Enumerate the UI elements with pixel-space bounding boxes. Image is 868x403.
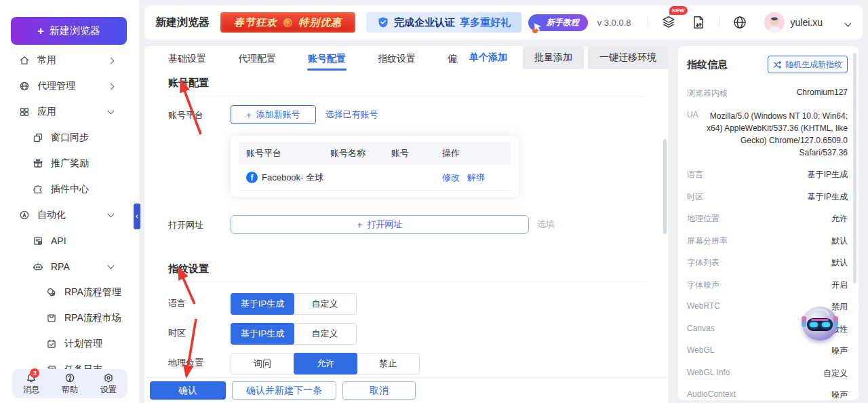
help-label: 帮助	[62, 384, 78, 396]
settings-button[interactable]: 设置	[100, 372, 117, 396]
fingerprint-info-row: 时区基于IP生成	[687, 191, 848, 203]
sidebar-nav: 常用 代理管理 应用 窗口同步 推广奖励 插件中心 自动化	[0, 47, 139, 383]
puzzle-icon	[33, 184, 43, 195]
confirm-and-next-button[interactable]: 确认并新建下一条	[232, 381, 336, 400]
account-platform-label: 账号平台	[168, 105, 231, 121]
messages-badge: 3	[30, 368, 39, 378]
confirm-button[interactable]: 确认	[150, 381, 226, 400]
cancel-button[interactable]: 取消	[342, 381, 416, 400]
fingerprint-info-title: 指纹信息	[687, 58, 728, 71]
single-add-button[interactable]: 单个添加	[458, 46, 519, 69]
sidebar-collapse-handle[interactable]	[134, 204, 140, 229]
chevron-right-icon	[108, 83, 115, 90]
timezone-label: 时区	[168, 323, 231, 339]
spring-festival-promo-banner[interactable]: 春节狂欢 特别优惠	[220, 12, 355, 33]
assistant-robot-button[interactable]	[802, 307, 837, 341]
globe-icon	[19, 81, 30, 92]
messages-button[interactable]: 3 消息	[23, 372, 39, 396]
open-url-label: 打开网址	[168, 215, 231, 231]
optional-hint: 选填	[537, 215, 555, 234]
tab-basic-settings[interactable]: 基础设置	[168, 47, 206, 71]
panel-scrollbar[interactable]	[853, 53, 856, 284]
promo-red-text-1: 春节狂欢	[234, 16, 277, 29]
add-mode-buttons: 单个添加 批量添加 一键迁移环境	[458, 46, 668, 69]
col-name: 账号名称	[330, 147, 391, 159]
tab-fingerprint-settings[interactable]: 指纹设置	[378, 47, 416, 71]
sidebar-item-label: 插件中心	[51, 183, 89, 195]
form-content: 账号配置 账号平台 + 添加新账号 选择已有账号 账号平台 账号名称 账号 操作…	[144, 71, 668, 396]
form-footer: 确认 确认并新建下一条 取消	[144, 377, 668, 403]
robot-icon	[33, 261, 43, 272]
chevron-right-icon	[108, 58, 115, 64]
table-row: f Facebook- 全球 修改 解绑	[239, 165, 511, 191]
migrate-env-button[interactable]: 一键迁移环境	[588, 46, 668, 69]
enterprise-certification-banner[interactable]: 完成企业认证 享多重好礼	[366, 12, 521, 33]
sidebar-item-api[interactable]: API	[0, 228, 139, 254]
unbind-account-link[interactable]: 解绑	[467, 172, 485, 184]
open-url-button[interactable]: + 打开网址	[231, 215, 529, 234]
sidebar-item-plugin-center[interactable]: 插件中心	[0, 176, 139, 202]
col-platform: 账号平台	[239, 147, 330, 159]
fingerprint-info-row: 地理位置允许	[687, 213, 848, 225]
language-option-custom[interactable]: 自定义	[294, 294, 356, 314]
timezone-option-custom[interactable]: 自定义	[294, 324, 356, 344]
tutorial-label: 新手教程	[547, 17, 579, 28]
sidebar-item-plan-management[interactable]: 计划管理	[0, 331, 139, 357]
help-button[interactable]: 帮助	[62, 372, 78, 396]
add-new-account-label: 添加新账号	[256, 109, 300, 121]
select-existing-account-link[interactable]: 选择已有账号	[326, 105, 378, 124]
batch-add-button[interactable]: 批量添加	[523, 46, 584, 69]
sidebar-item-rpa-flow-management[interactable]: RPA流程管理	[0, 280, 139, 305]
fingerprint-info-panel: 指纹信息 随机生成新指纹 浏览器内核Chromium127 UAMozilla/…	[678, 46, 859, 400]
hand-click-icon	[531, 22, 543, 34]
import-export-button[interactable]	[690, 15, 707, 30]
rpa-flow-icon	[46, 287, 57, 298]
sidebar-item-common[interactable]: 常用	[0, 47, 139, 73]
account-menu-chevron[interactable]	[846, 18, 850, 28]
language-globe-button[interactable]	[731, 15, 749, 30]
geolocation-option-allow[interactable]: 允许	[294, 353, 357, 375]
fingerprint-info-row: 屏幕分辨率默认	[687, 235, 848, 247]
sidebar-item-window-sync[interactable]: 窗口同步	[0, 125, 139, 151]
edit-account-link[interactable]: 修改	[442, 172, 460, 184]
tab-proxy-config[interactable]: 代理配置	[238, 47, 276, 71]
tab-account-config[interactable]: 账号配置	[308, 47, 346, 71]
fingerprint-info-row: 语言基于IP生成	[687, 169, 848, 180]
bound-accounts-card: 账号平台 账号名称 账号 操作 f Facebook- 全球 修改 解绑	[231, 136, 519, 197]
randomize-fingerprint-button[interactable]: 随机生成新指纹	[768, 56, 848, 73]
open-url-row: 打开网址 + 打开网址 选填	[168, 215, 644, 234]
sidebar: + 新建浏览器 常用 代理管理 应用 窗口同步 推广奖励 插件中心	[0, 0, 139, 403]
plus-icon: +	[246, 110, 252, 120]
geolocation-segmented-control: 询问 允许 禁止	[231, 353, 420, 375]
language-label: 语言	[168, 293, 231, 309]
gear-icon	[103, 372, 114, 383]
sidebar-item-referral-rewards[interactable]: 推广奖励	[0, 151, 139, 176]
add-new-account-button[interactable]: + 添加新账号	[231, 105, 316, 124]
geolocation-option-deny[interactable]: 禁止	[357, 353, 419, 374]
avatar[interactable]	[764, 12, 785, 33]
layers-button[interactable]: NEW	[660, 15, 677, 30]
new-browser-button[interactable]: + 新建浏览器	[11, 17, 127, 45]
plus-icon: +	[357, 220, 363, 230]
sidebar-item-proxy-management[interactable]: 代理管理	[0, 73, 139, 99]
sidebar-item-rpa[interactable]: RPA	[0, 254, 139, 280]
sidebar-item-label: 推广奖励	[51, 157, 89, 170]
platform-name: Facebook- 全球	[262, 172, 323, 184]
chevron-left-icon	[136, 214, 140, 218]
timezone-option-ip[interactable]: 基于IP生成	[231, 323, 294, 345]
sidebar-item-label: 窗口同步	[51, 132, 89, 144]
main-scrollbar[interactable]	[663, 139, 667, 234]
randomize-fingerprint-label: 随机生成新指纹	[785, 59, 842, 71]
tutorial-button[interactable]: 新手教程	[528, 14, 588, 31]
accounts-table-header: 账号平台 账号名称 账号 操作	[239, 142, 511, 165]
geolocation-option-ask[interactable]: 询问	[231, 353, 294, 374]
language-option-ip[interactable]: 基于IP生成	[231, 293, 294, 315]
sidebar-item-automation[interactable]: 自动化	[0, 202, 139, 228]
username[interactable]: yulei.xu	[791, 17, 823, 28]
plus-icon: +	[37, 24, 44, 38]
automation-icon	[19, 210, 30, 220]
fingerprint-info-row: UAMozilla/5.0 (Windows NT 10.0; Win64; x…	[687, 110, 848, 159]
sidebar-item-rpa-flow-market[interactable]: RPA流程市场	[0, 305, 139, 331]
sidebar-item-apps[interactable]: 应用	[0, 99, 139, 125]
fingerprint-info-row: WebGL噪声	[687, 345, 848, 357]
